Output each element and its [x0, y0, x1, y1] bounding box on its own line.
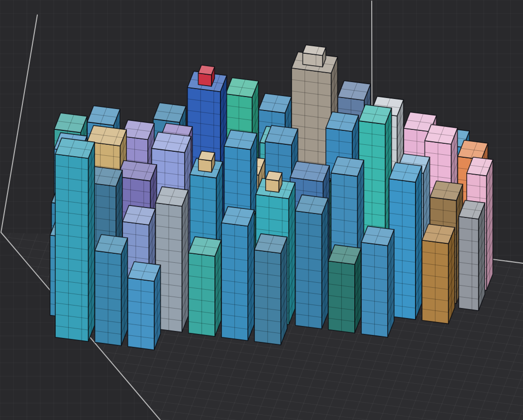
building-box — [361, 226, 394, 337]
building-face-front — [198, 73, 211, 86]
building-cap — [266, 171, 282, 193]
building-face-front — [266, 179, 279, 192]
red-accent-cube — [198, 65, 214, 87]
building-face-top — [199, 151, 215, 161]
building-box — [459, 201, 485, 311]
building-box — [55, 138, 95, 341]
building-face-front — [199, 159, 212, 172]
building-face-top — [266, 171, 282, 181]
building-box — [254, 234, 287, 345]
building-box — [422, 224, 455, 323]
scene-canvas — [0, 0, 523, 420]
building-box — [296, 195, 328, 328]
building-box — [221, 207, 254, 340]
building-cap — [199, 151, 215, 172]
building-face-top — [198, 65, 214, 75]
building-cap — [303, 45, 325, 67]
building-box — [95, 234, 128, 345]
building-box — [128, 262, 161, 350]
voxel-city-viewport[interactable] — [0, 0, 523, 420]
building-box — [189, 237, 221, 336]
building-box — [328, 245, 361, 333]
